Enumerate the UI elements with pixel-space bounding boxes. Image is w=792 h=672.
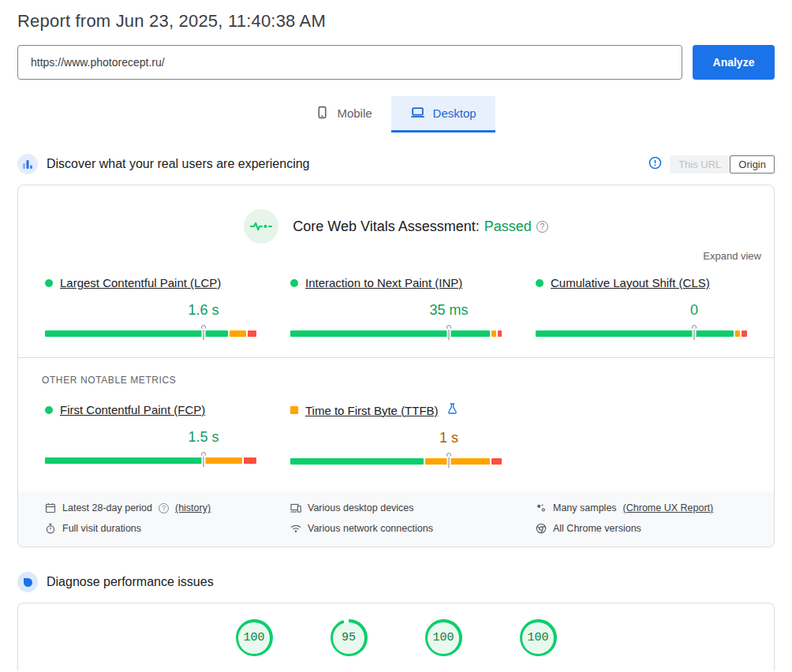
metric-inp: Interaction to Next Paint (INP) 35 ms <box>290 276 502 338</box>
scope-toggle: This URL Origin <box>670 155 775 174</box>
inp-link[interactable]: Interaction to Next Paint (INP) <box>305 276 462 289</box>
cls-status-dot-icon <box>536 279 544 287</box>
url-input[interactable] <box>17 45 682 80</box>
real-users-barchart-icon <box>17 154 38 174</box>
speedometer-gauge-icon <box>17 572 38 592</box>
ttfb-status-dot-icon <box>290 406 298 414</box>
ttfb-distribution-bar: 1 s <box>290 417 502 466</box>
metric-lcp: Largest Contentful Paint (LCP) 1.6 s <box>45 276 256 338</box>
field-section-title: Discover what your real users are experi… <box>47 157 309 171</box>
history-link[interactable]: (history) <box>175 502 211 513</box>
origin-toggle-button[interactable]: Origin <box>730 155 775 174</box>
expand-view-link[interactable]: Expand view <box>18 250 774 262</box>
cwv-assessment-row: Core Web Vitals Assessment: Passed ? <box>18 185 774 244</box>
url-bar: Analyze <box>17 45 775 80</box>
core-metrics-grid: Largest Contentful Paint (LCP) 1.6 s Int… <box>18 276 774 338</box>
score-gauge-best-practices[interactable]: 100 <box>425 619 462 656</box>
field-data-section-header: Discover what your real users are experi… <box>17 154 775 174</box>
samples-dots-icon <box>536 502 547 513</box>
cwv-assessment-result: Passed <box>484 218 532 235</box>
analyze-button[interactable]: Analyze <box>693 45 775 80</box>
crux-footnotes: Latest 28-day period ? (history) Full vi… <box>18 491 774 547</box>
wifi-icon <box>290 523 301 534</box>
metric-cls: Cumulative Layout Shift (CLS) 0 <box>536 276 747 338</box>
metric-ttfb: Time to First Byte (TTFB) 1 s <box>290 403 502 466</box>
footnote-devices: Various desktop devices <box>290 502 502 513</box>
cwv-assessment-label: Core Web Vitals Assessment: <box>293 218 479 235</box>
info-icon[interactable] <box>648 156 662 173</box>
score-gauge-seo[interactable]: 100 <box>520 619 557 656</box>
lcp-link[interactable]: Largest Contentful Paint (LCP) <box>60 276 221 289</box>
this-url-toggle-button[interactable]: This URL <box>670 155 730 174</box>
lcp-status-dot-icon <box>45 279 53 287</box>
period-help-icon[interactable]: ? <box>159 503 169 513</box>
field-data-card: Core Web Vitals Assessment: Passed ? Exp… <box>17 185 775 547</box>
lcp-distribution-bar: 1.6 s <box>45 289 256 338</box>
chrome-icon <box>536 523 547 534</box>
other-metrics-grid: First Contentful Paint (FCP) 1.5 s Time … <box>18 403 774 466</box>
tab-desktop-label: Desktop <box>433 106 476 120</box>
inp-status-dot-icon <box>290 279 298 287</box>
fcp-status-dot-icon <box>45 406 53 414</box>
cls-distribution-bar: 0 <box>536 289 747 338</box>
footnote-durations: Full visit durations <box>45 523 256 534</box>
page-title: Report from Jun 23, 2025, 11:40:38 AM <box>17 11 775 32</box>
footnote-network: Various network connections <box>290 523 502 534</box>
footnote-chrome-versions: All Chrome versions <box>536 523 747 534</box>
pagespeed-report-page: Report from Jun 23, 2025, 11:40:38 AM An… <box>0 0 792 670</box>
experimental-flask-icon[interactable] <box>447 403 458 417</box>
lab-section-header: Diagnose performance issues <box>17 572 775 592</box>
devices-icon <box>290 502 301 513</box>
assessment-help-icon[interactable]: ? <box>536 221 548 233</box>
score-gauge-performance[interactable]: 100 <box>236 619 273 656</box>
lab-scores-card: 100 95 100 100 <box>17 603 775 670</box>
other-metrics-label: OTHER NOTABLE METRICS <box>42 375 774 386</box>
mobile-phone-icon <box>316 106 329 121</box>
footnote-period: Latest 28-day period ? (history) <box>45 502 256 513</box>
chrome-ux-report-link[interactable]: (Chrome UX Report) <box>623 502 714 513</box>
device-tabs: Mobile Desktop <box>17 96 775 133</box>
tab-desktop[interactable]: Desktop <box>391 96 495 133</box>
lab-section-title: Diagnose performance issues <box>47 575 214 589</box>
calendar-icon <box>45 502 56 513</box>
heartbeat-pulse-icon <box>244 209 278 244</box>
ttfb-link[interactable]: Time to First Byte (TTFB) <box>305 404 439 417</box>
fcp-distribution-bar: 1.5 s <box>45 416 256 465</box>
inp-distribution-bar: 35 ms <box>290 289 502 338</box>
stopwatch-icon <box>45 523 56 534</box>
cls-link[interactable]: Cumulative Layout Shift (CLS) <box>551 276 710 289</box>
metrics-divider <box>18 357 774 358</box>
metric-fcp: First Contentful Paint (FCP) 1.5 s <box>45 403 256 466</box>
fcp-link[interactable]: First Contentful Paint (FCP) <box>60 403 205 416</box>
tab-mobile[interactable]: Mobile <box>297 96 390 133</box>
desktop-laptop-icon <box>410 106 425 121</box>
score-gauge-accessibility[interactable]: 95 <box>331 619 368 656</box>
tab-mobile-label: Mobile <box>337 106 372 120</box>
footnote-samples: Many samples (Chrome UX Report) <box>536 502 747 513</box>
